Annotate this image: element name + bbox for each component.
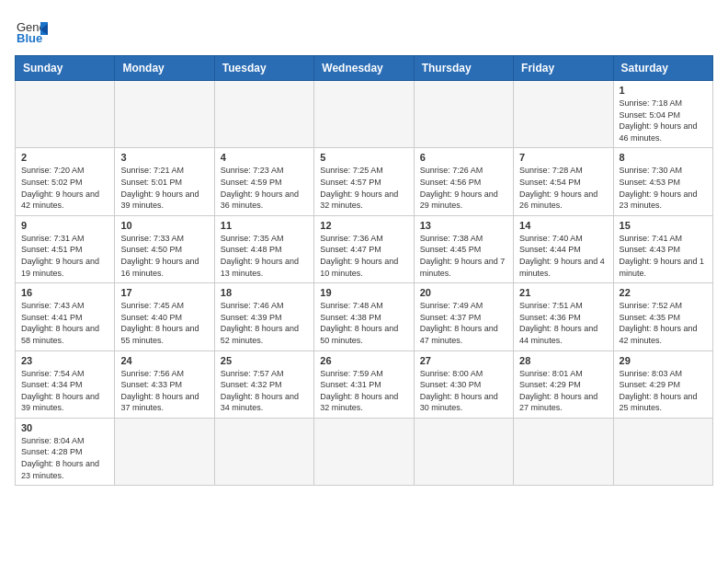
day-info: Sunrise: 7:40 AM Sunset: 4:44 PM Dayligh… (519, 233, 607, 279)
weekday-header-saturday: Saturday (613, 56, 712, 81)
day-number: 11 (221, 220, 308, 231)
day-number: 16 (21, 287, 108, 298)
calendar-cell (514, 81, 613, 148)
day-number: 17 (120, 287, 208, 298)
calendar-cell: 26Sunrise: 7:59 AM Sunset: 4:31 PM Dayli… (314, 350, 414, 418)
calendar-row-1: 2Sunrise: 7:20 AM Sunset: 5:02 PM Daylig… (16, 148, 713, 215)
day-info: Sunrise: 7:45 AM Sunset: 4:40 PM Dayligh… (120, 300, 208, 346)
calendar-cell: 10Sunrise: 7:33 AM Sunset: 4:50 PM Dayli… (115, 215, 214, 282)
day-info: Sunrise: 7:48 AM Sunset: 4:38 PM Dayligh… (320, 300, 407, 346)
day-info: Sunrise: 7:57 AM Sunset: 4:32 PM Dayligh… (221, 368, 308, 414)
calendar-cell: 21Sunrise: 7:51 AM Sunset: 4:36 PM Dayli… (514, 283, 613, 350)
day-number: 21 (519, 287, 607, 298)
calendar-cell (414, 418, 513, 485)
day-number: 8 (620, 152, 707, 163)
weekday-header-friday: Friday (514, 56, 613, 81)
calendar-cell (115, 81, 214, 148)
weekday-header-sunday: Sunday (16, 56, 115, 81)
weekday-header-row: SundayMondayTuesdayWednesdayThursdayFrid… (16, 56, 713, 81)
day-number: 18 (221, 287, 308, 298)
calendar-cell: 22Sunrise: 7:52 AM Sunset: 4:35 PM Dayli… (613, 283, 712, 350)
calendar-cell: 28Sunrise: 8:01 AM Sunset: 4:29 PM Dayli… (514, 350, 613, 418)
day-info: Sunrise: 7:30 AM Sunset: 4:53 PM Dayligh… (620, 165, 707, 211)
calendar-cell: 19Sunrise: 7:48 AM Sunset: 4:38 PM Dayli… (314, 283, 414, 350)
calendar-cell: 23Sunrise: 7:54 AM Sunset: 4:34 PM Dayli… (16, 350, 115, 418)
calendar-cell: 11Sunrise: 7:35 AM Sunset: 4:48 PM Dayli… (214, 215, 313, 282)
calendar-cell: 3Sunrise: 7:21 AM Sunset: 5:01 PM Daylig… (115, 148, 214, 215)
day-number: 24 (120, 355, 208, 366)
calendar-cell: 9Sunrise: 7:31 AM Sunset: 4:51 PM Daylig… (16, 215, 115, 282)
day-number: 2 (21, 152, 108, 163)
day-number: 10 (120, 220, 208, 231)
day-number: 1 (620, 85, 707, 96)
calendar-cell: 4Sunrise: 7:23 AM Sunset: 4:59 PM Daylig… (214, 148, 313, 215)
day-info: Sunrise: 7:23 AM Sunset: 4:59 PM Dayligh… (221, 165, 308, 211)
day-number: 15 (620, 220, 707, 231)
day-info: Sunrise: 7:36 AM Sunset: 4:47 PM Dayligh… (320, 233, 407, 279)
calendar-cell: 5Sunrise: 7:25 AM Sunset: 4:57 PM Daylig… (314, 148, 414, 215)
day-info: Sunrise: 8:03 AM Sunset: 4:29 PM Dayligh… (620, 368, 707, 414)
day-info: Sunrise: 8:01 AM Sunset: 4:29 PM Dayligh… (519, 368, 607, 414)
calendar-cell: 20Sunrise: 7:49 AM Sunset: 4:37 PM Dayli… (414, 283, 513, 350)
calendar-cell (414, 81, 513, 148)
weekday-header-wednesday: Wednesday (314, 56, 414, 81)
day-number: 30 (21, 422, 108, 433)
calendar-cell: 15Sunrise: 7:41 AM Sunset: 4:43 PM Dayli… (613, 215, 712, 282)
calendar-row-0: 1Sunrise: 7:18 AM Sunset: 5:04 PM Daylig… (16, 81, 713, 148)
day-number: 5 (320, 152, 407, 163)
calendar-cell (115, 418, 214, 485)
day-number: 28 (519, 355, 607, 366)
day-info: Sunrise: 7:56 AM Sunset: 4:33 PM Dayligh… (120, 368, 208, 414)
calendar-cell: 25Sunrise: 7:57 AM Sunset: 4:32 PM Dayli… (214, 350, 313, 418)
day-number: 12 (320, 220, 407, 231)
calendar-cell: 8Sunrise: 7:30 AM Sunset: 4:53 PM Daylig… (613, 148, 712, 215)
calendar-cell: 27Sunrise: 8:00 AM Sunset: 4:30 PM Dayli… (414, 350, 513, 418)
day-info: Sunrise: 7:38 AM Sunset: 4:45 PM Dayligh… (420, 233, 507, 279)
day-info: Sunrise: 7:35 AM Sunset: 4:48 PM Dayligh… (221, 233, 308, 279)
day-number: 19 (320, 287, 407, 298)
calendar-cell: 6Sunrise: 7:26 AM Sunset: 4:56 PM Daylig… (414, 148, 513, 215)
day-info: Sunrise: 7:46 AM Sunset: 4:39 PM Dayligh… (221, 300, 308, 346)
day-number: 7 (519, 152, 607, 163)
day-info: Sunrise: 7:20 AM Sunset: 5:02 PM Dayligh… (21, 165, 108, 211)
calendar-cell: 13Sunrise: 7:38 AM Sunset: 4:45 PM Dayli… (414, 215, 513, 282)
day-info: Sunrise: 7:28 AM Sunset: 4:54 PM Dayligh… (519, 165, 607, 211)
day-number: 20 (420, 287, 507, 298)
calendar-cell (514, 418, 613, 485)
day-info: Sunrise: 7:31 AM Sunset: 4:51 PM Dayligh… (21, 233, 108, 279)
day-info: Sunrise: 7:26 AM Sunset: 4:56 PM Dayligh… (420, 165, 507, 211)
logo-icon: General Blue (15, 15, 48, 48)
calendar-cell: 16Sunrise: 7:43 AM Sunset: 4:41 PM Dayli… (16, 283, 115, 350)
calendar-cell: 1Sunrise: 7:18 AM Sunset: 5:04 PM Daylig… (613, 81, 712, 148)
calendar-cell (314, 418, 414, 485)
day-number: 14 (519, 220, 607, 231)
svg-text:Blue: Blue (17, 31, 42, 45)
day-number: 25 (221, 355, 308, 366)
page-header: General Blue (15, 15, 713, 48)
day-info: Sunrise: 7:33 AM Sunset: 4:50 PM Dayligh… (120, 233, 208, 279)
calendar-cell (214, 418, 313, 485)
calendar-cell (314, 81, 414, 148)
day-number: 22 (620, 287, 707, 298)
day-info: Sunrise: 8:00 AM Sunset: 4:30 PM Dayligh… (420, 368, 507, 414)
weekday-header-tuesday: Tuesday (214, 56, 313, 81)
day-number: 26 (320, 355, 407, 366)
day-info: Sunrise: 7:18 AM Sunset: 5:04 PM Dayligh… (620, 98, 707, 144)
day-info: Sunrise: 7:21 AM Sunset: 5:01 PM Dayligh… (120, 165, 208, 211)
calendar-cell: 30Sunrise: 8:04 AM Sunset: 4:28 PM Dayli… (16, 418, 115, 485)
day-info: Sunrise: 7:49 AM Sunset: 4:37 PM Dayligh… (420, 300, 507, 346)
calendar-cell (214, 81, 313, 148)
calendar-cell: 18Sunrise: 7:46 AM Sunset: 4:39 PM Dayli… (214, 283, 313, 350)
day-info: Sunrise: 8:04 AM Sunset: 4:28 PM Dayligh… (21, 435, 108, 481)
day-number: 13 (420, 220, 507, 231)
calendar-cell (16, 81, 115, 148)
calendar-table: SundayMondayTuesdayWednesdayThursdayFrid… (15, 55, 713, 486)
weekday-header-monday: Monday (115, 56, 214, 81)
calendar-row-3: 16Sunrise: 7:43 AM Sunset: 4:41 PM Dayli… (16, 283, 713, 350)
day-number: 3 (120, 152, 208, 163)
calendar-row-4: 23Sunrise: 7:54 AM Sunset: 4:34 PM Dayli… (16, 350, 713, 418)
day-info: Sunrise: 7:59 AM Sunset: 4:31 PM Dayligh… (320, 368, 407, 414)
calendar-cell: 24Sunrise: 7:56 AM Sunset: 4:33 PM Dayli… (115, 350, 214, 418)
day-info: Sunrise: 7:41 AM Sunset: 4:43 PM Dayligh… (620, 233, 707, 279)
day-number: 6 (420, 152, 507, 163)
